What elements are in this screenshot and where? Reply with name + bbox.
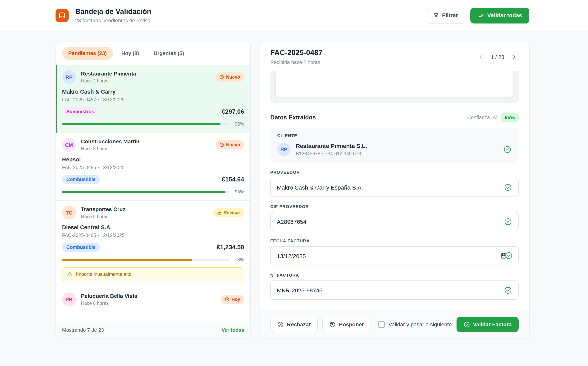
filter-button-label: Filtrar (442, 12, 458, 18)
received-time: Hace 8 horas (81, 300, 137, 306)
proveedor-field[interactable]: Makro Cash & Carry España S.A. (270, 178, 519, 197)
confidence-label: Confianza IA: (467, 114, 497, 120)
list-footer: Mostrando 7 de 23 Ver todas (56, 322, 250, 338)
invoice-card[interactable]: CM Construcciones Martín Hace 3 horas Nu… (56, 133, 250, 201)
company-name: Peluquería Bella Vista (81, 293, 137, 299)
progress-fill (62, 259, 192, 261)
tab-pendientes[interactable]: Pendientes (23) (62, 47, 113, 60)
invoice-detail-panel: FAC-2025-0487 Recibida hace 2 horas 1 / … (259, 42, 530, 338)
category-tag: Suministros (62, 107, 99, 116)
chevron-left-icon (478, 54, 484, 60)
check-circle-icon (504, 217, 512, 226)
app-window: Bandeja de Validación 23 facturas pendie… (0, 0, 588, 366)
check-circle-icon (505, 252, 513, 260)
invoice-received-subtitle: Recibida hace 2 horas (270, 59, 322, 65)
confidence-badge: 95% (501, 113, 519, 122)
progress-label: 98% (233, 189, 244, 195)
confidence-progress: 95% (62, 121, 244, 127)
validate-next-label: Validar y pasar a siguiente (388, 321, 452, 328)
proveedor-value: Makro Cash & Carry España S.A. (277, 184, 504, 191)
client-card: CLIENTE RP Restaurante Pimienta S.L. B12… (270, 128, 519, 163)
page-subtitle: 23 facturas pendientes de revisar (75, 18, 152, 23)
status-badge-label: Nuevo (226, 142, 240, 148)
status-badge: Revisar (213, 208, 244, 217)
x-circle-icon (277, 321, 284, 328)
progress-label: 95% (233, 121, 244, 127)
inbox-icon (58, 12, 66, 19)
client-label: CLIENTE (277, 133, 512, 138)
document-page (276, 71, 513, 97)
status-badge-label: Hoy (232, 297, 240, 302)
field-label-cif: CIF PROVEEDOR (270, 204, 519, 209)
progress-fill (62, 191, 226, 193)
invoice-list: RP Restaurante Pimienta Hace 2 horas Nue… (56, 65, 250, 338)
status-badge: Nuevo (216, 140, 244, 150)
cif-field[interactable]: A28987654 (270, 212, 519, 231)
invoice-amount: €1,234.50 (217, 244, 244, 251)
company-name: Construcciones Martín (81, 138, 139, 145)
invoice-number-title: FAC-2025-0487 (270, 49, 322, 57)
warning-message: Importe inusualmente alto (62, 267, 244, 281)
company-name: Transportes Cruz (81, 206, 125, 212)
invoice-card[interactable]: PB Peluquería Bella Vista Hace 8 horas H… (56, 287, 250, 313)
numero-factura-value: MKR-2025-98745 (277, 287, 504, 293)
validation-list-panel: Pendientes (23) Hoy (8) Urgentes (5) RP … (55, 42, 251, 338)
status-badge-label: Revisar (223, 210, 240, 215)
tab-hoy[interactable]: Hoy (8) (115, 47, 145, 60)
chevron-right-icon (511, 54, 517, 60)
progress-label: 78% (233, 257, 244, 262)
filter-button[interactable]: Filtrar (425, 8, 465, 23)
detail-header: FAC-2025-0487 Recibida hace 2 horas 1 / … (259, 42, 529, 71)
confidence-progress: 98% (62, 189, 244, 195)
received-time: Hace 3 horas (81, 146, 139, 151)
avatar: CM (62, 138, 76, 152)
prev-invoice-button[interactable] (477, 52, 486, 61)
document-preview[interactable] (270, 71, 519, 103)
cif-value: A28987654 (277, 218, 504, 225)
list-tabs: Pendientes (23) Hoy (8) Urgentes (5) (56, 42, 250, 65)
view-all-link[interactable]: Ver todas (221, 327, 244, 333)
invoice-card-selected[interactable]: RP Restaurante Pimienta Hace 2 horas Nue… (56, 65, 250, 133)
invoice-card[interactable]: TC Transportes Cruz Hace 5 horas Revisar… (56, 201, 250, 287)
check-circle-icon (504, 183, 512, 191)
next-invoice-button[interactable] (509, 52, 519, 61)
vendor-name: Makro Cash & Carry (62, 89, 244, 95)
fecha-value: 13/12/2025 (277, 252, 503, 259)
avatar: TC (62, 206, 76, 220)
avatar: RP (62, 70, 76, 84)
avatar: PB (62, 292, 76, 306)
history-clock-icon (329, 321, 336, 328)
postpone-button[interactable]: Posponer (322, 317, 371, 332)
numero-factura-field[interactable]: MKR-2025-98745 (270, 281, 519, 300)
field-label-numero: Nº FACTURA (270, 273, 519, 277)
validate-all-button[interactable]: Validar todas (470, 8, 529, 23)
extracted-data-title: Datos Extraídos (270, 114, 316, 121)
postpone-label: Posponer (339, 321, 364, 328)
alert-triangle-icon (217, 210, 221, 215)
received-time: Hace 2 horas (81, 78, 136, 84)
clock-icon (225, 297, 230, 302)
field-label-proveedor: PROVEEDOR (270, 170, 519, 175)
company-name: Restaurante Pimienta (81, 70, 136, 77)
category-tag: Combustible (62, 175, 100, 184)
tab-urgentes[interactable]: Urgentes (5) (148, 47, 190, 60)
validate-next-checkbox[interactable] (378, 321, 384, 328)
reject-button[interactable]: Rechazar (270, 317, 318, 332)
clock-icon (220, 75, 224, 79)
progress-fill (62, 123, 221, 125)
vendor-name: Repsol (62, 156, 244, 163)
client-meta: B12345678 • +34 612 345 678 (296, 151, 367, 156)
status-badge-label: Nuevo (226, 74, 240, 80)
fecha-field[interactable]: 13/12/2025 (270, 246, 519, 266)
check-circle-icon (503, 145, 512, 154)
pagination-count: 1 / 23 (491, 54, 504, 60)
validate-invoice-button[interactable]: Validar Factura (456, 317, 519, 332)
invoice-amount: €297.06 (222, 108, 244, 115)
category-tag: Combustible (62, 243, 100, 252)
client-avatar: RP (277, 143, 290, 156)
client-name: Restaurante Pimienta S.L. (296, 143, 367, 149)
check-circle-icon (504, 286, 512, 294)
clock-icon (220, 143, 224, 147)
validate-next-option[interactable]: Validar y pasar a siguiente (378, 321, 452, 328)
double-check-icon (478, 12, 484, 19)
